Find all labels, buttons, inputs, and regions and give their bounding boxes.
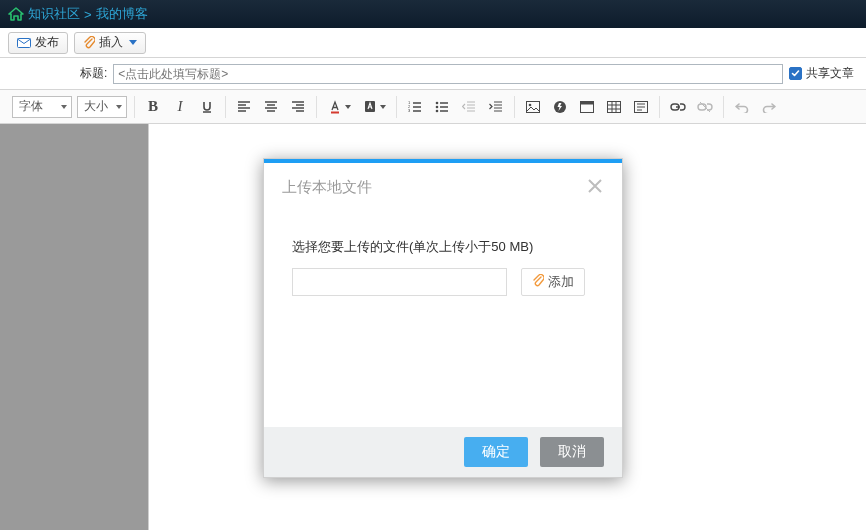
publish-button[interactable]: 发布 — [8, 32, 68, 54]
modal-header: 上传本地文件 — [264, 163, 622, 208]
separator — [225, 96, 226, 118]
align-right-button[interactable] — [287, 96, 309, 118]
breadcrumb-sep: > — [84, 7, 92, 22]
svg-rect-9 — [527, 101, 540, 112]
add-file-label: 添加 — [548, 273, 574, 291]
chevron-down-icon — [129, 40, 137, 45]
cancel-button[interactable]: 取消 — [540, 437, 604, 467]
publish-label: 发布 — [35, 34, 59, 51]
size-select[interactable]: 大小 — [77, 96, 127, 118]
ok-button[interactable]: 确定 — [464, 437, 528, 467]
chevron-down-icon — [345, 105, 351, 109]
separator — [134, 96, 135, 118]
breadcrumb-root[interactable]: 知识社区 — [28, 5, 80, 23]
title-input[interactable] — [113, 64, 783, 84]
separator — [316, 96, 317, 118]
breadcrumb-bar: 知识社区 > 我的博客 — [0, 0, 866, 28]
italic-button[interactable]: I — [169, 96, 191, 118]
chevron-down-icon — [116, 105, 122, 109]
separator — [396, 96, 397, 118]
separator — [723, 96, 724, 118]
upload-row: 添加 — [292, 268, 594, 296]
outdent-button[interactable] — [458, 96, 480, 118]
upload-modal: 上传本地文件 选择您要上传的文件(单次上传小于50 MB) 添加 确定 取消 — [263, 158, 623, 478]
title-row: 标题: 共享文章 — [0, 58, 866, 90]
insert-button[interactable]: 插入 — [74, 32, 146, 54]
upload-description: 选择您要上传的文件(单次上传小于50 MB) — [292, 238, 594, 256]
separator — [514, 96, 515, 118]
font-select[interactable]: 字体 — [12, 96, 72, 118]
share-checkbox[interactable]: 共享文章 — [789, 65, 854, 82]
unlink-button[interactable] — [694, 96, 716, 118]
checkbox-checked-icon — [789, 67, 802, 80]
size-select-label: 大小 — [84, 98, 108, 115]
chevron-down-icon — [380, 105, 386, 109]
chevron-down-icon — [61, 105, 67, 109]
editor-toolbar: 字体 大小 B I 123 — [0, 90, 866, 124]
file-path-input[interactable] — [292, 268, 507, 296]
align-center-button[interactable] — [260, 96, 282, 118]
svg-rect-1 — [331, 111, 339, 113]
close-icon — [586, 177, 604, 195]
close-button[interactable] — [586, 177, 604, 198]
code-button[interactable] — [630, 96, 652, 118]
home-icon — [8, 7, 24, 21]
link-button[interactable] — [667, 96, 689, 118]
table-button[interactable] — [603, 96, 625, 118]
attachment-button[interactable] — [576, 96, 598, 118]
action-bar: 发布 插入 — [0, 28, 866, 58]
svg-point-10 — [529, 103, 532, 106]
svg-point-7 — [436, 105, 439, 108]
redo-button[interactable] — [758, 96, 780, 118]
svg-rect-13 — [581, 101, 594, 104]
insert-label: 插入 — [99, 34, 123, 51]
modal-footer: 确定 取消 — [264, 427, 622, 477]
attachment-icon — [532, 274, 544, 291]
svg-point-6 — [436, 101, 439, 104]
svg-text:3: 3 — [408, 108, 411, 113]
indent-button[interactable] — [485, 96, 507, 118]
modal-body: 选择您要上传的文件(单次上传小于50 MB) 添加 — [264, 208, 622, 427]
add-file-button[interactable]: 添加 — [521, 268, 585, 296]
separator — [659, 96, 660, 118]
attachment-icon — [83, 36, 95, 50]
font-select-label: 字体 — [19, 98, 43, 115]
svg-rect-14 — [608, 101, 621, 112]
unordered-list-button[interactable] — [431, 96, 453, 118]
breadcrumb-current[interactable]: 我的博客 — [96, 5, 148, 23]
bg-color-button[interactable] — [359, 96, 389, 118]
flash-button[interactable] — [549, 96, 571, 118]
modal-title: 上传本地文件 — [282, 178, 372, 197]
ordered-list-button[interactable]: 123 — [404, 96, 426, 118]
image-button[interactable] — [522, 96, 544, 118]
bold-button[interactable]: B — [142, 96, 164, 118]
title-label: 标题: — [80, 65, 107, 82]
undo-button[interactable] — [731, 96, 753, 118]
align-left-button[interactable] — [233, 96, 255, 118]
font-color-button[interactable] — [324, 96, 354, 118]
underline-button[interactable] — [196, 96, 218, 118]
svg-point-8 — [436, 109, 439, 112]
mail-icon — [17, 38, 31, 48]
share-label: 共享文章 — [806, 65, 854, 82]
